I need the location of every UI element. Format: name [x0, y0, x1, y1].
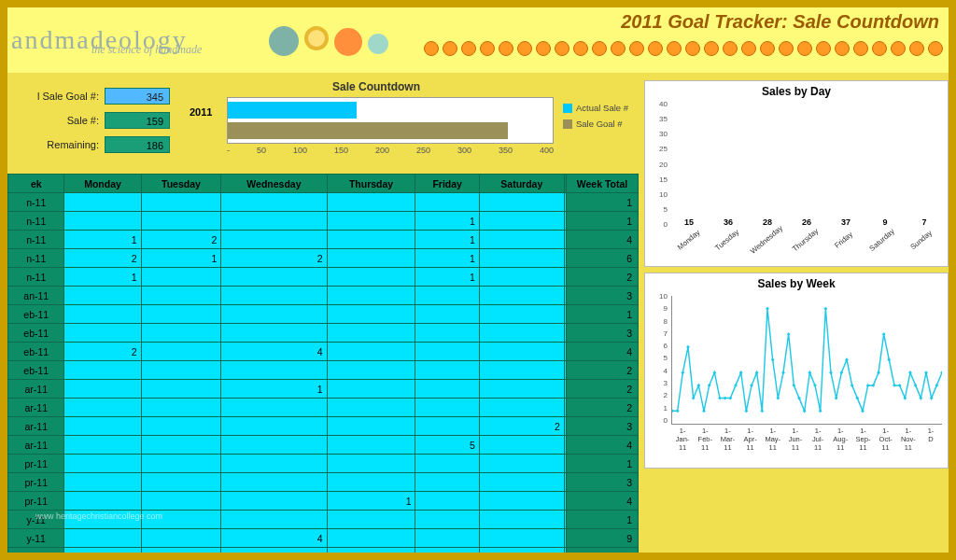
data-cell[interactable] — [327, 305, 415, 324]
data-cell[interactable] — [221, 548, 327, 553]
data-cell[interactable] — [221, 324, 327, 343]
data-cell[interactable] — [415, 343, 479, 361]
data-cell[interactable] — [221, 361, 327, 380]
data-cell[interactable]: 2 — [64, 343, 141, 361]
data-cell[interactable] — [327, 193, 415, 212]
data-cell[interactable] — [141, 268, 221, 287]
data-cell[interactable]: 1 — [221, 380, 327, 399]
data-cell[interactable]: 4 — [221, 343, 327, 361]
data-cell[interactable] — [479, 343, 564, 361]
data-cell[interactable] — [64, 287, 141, 305]
data-cell[interactable] — [415, 287, 479, 305]
data-cell[interactable] — [327, 287, 415, 305]
data-cell[interactable] — [64, 380, 141, 399]
data-cell[interactable] — [327, 212, 415, 231]
data-cell[interactable] — [415, 417, 479, 436]
data-cell[interactable]: 1 — [415, 212, 479, 231]
data-cell[interactable]: 2 — [221, 249, 327, 268]
data-cell[interactable] — [415, 361, 479, 380]
data-cell[interactable] — [64, 548, 141, 553]
data-cell[interactable] — [479, 548, 564, 553]
data-cell[interactable] — [141, 343, 221, 361]
data-cell[interactable] — [141, 492, 221, 511]
data-cell[interactable] — [221, 305, 327, 324]
data-cell[interactable] — [415, 399, 479, 417]
data-cell[interactable]: 2 — [479, 417, 564, 436]
data-cell[interactable] — [221, 436, 327, 455]
data-cell[interactable] — [327, 548, 415, 553]
data-cell[interactable]: 1 — [141, 249, 221, 268]
data-cell[interactable] — [415, 511, 479, 529]
data-cell[interactable] — [221, 417, 327, 436]
data-cell[interactable] — [479, 380, 564, 399]
data-cell[interactable] — [141, 436, 221, 455]
data-cell[interactable] — [327, 343, 415, 361]
data-cell[interactable] — [64, 455, 141, 473]
data-cell[interactable] — [479, 324, 564, 343]
data-cell[interactable] — [64, 305, 141, 324]
data-cell[interactable] — [64, 324, 141, 343]
data-cell[interactable]: 4 — [221, 529, 327, 548]
data-cell[interactable] — [141, 455, 221, 473]
data-cell[interactable] — [141, 324, 221, 343]
data-cell[interactable] — [479, 193, 564, 212]
data-cell[interactable]: 1 — [415, 249, 479, 268]
data-cell[interactable] — [221, 492, 327, 511]
data-cell[interactable] — [141, 473, 221, 492]
data-cell[interactable] — [327, 473, 415, 492]
data-cell[interactable] — [327, 380, 415, 399]
data-cell[interactable] — [327, 324, 415, 343]
data-cell[interactable] — [479, 436, 564, 455]
data-cell[interactable] — [64, 529, 141, 548]
data-cell[interactable] — [479, 268, 564, 287]
data-cell[interactable] — [327, 436, 415, 455]
data-cell[interactable] — [479, 249, 564, 268]
data-cell[interactable] — [415, 492, 479, 511]
data-cell[interactable] — [479, 473, 564, 492]
data-cell[interactable] — [415, 473, 479, 492]
data-cell[interactable] — [415, 529, 479, 548]
data-cell[interactable] — [141, 399, 221, 417]
data-cell[interactable] — [479, 305, 564, 324]
data-cell[interactable] — [64, 417, 141, 436]
data-cell[interactable] — [141, 287, 221, 305]
data-cell[interactable] — [327, 529, 415, 548]
data-cell[interactable]: 1 — [327, 492, 415, 511]
data-cell[interactable] — [327, 231, 415, 249]
data-cell[interactable] — [327, 268, 415, 287]
data-cell[interactable] — [479, 287, 564, 305]
data-cell[interactable] — [479, 399, 564, 417]
sales-table[interactable]: ekMondayTuesdayWednesdayThursdayFridaySa… — [7, 174, 639, 553]
data-cell[interactable] — [64, 436, 141, 455]
data-cell[interactable] — [141, 361, 221, 380]
data-cell[interactable] — [327, 361, 415, 380]
data-cell[interactable] — [479, 361, 564, 380]
data-cell[interactable] — [141, 548, 221, 553]
data-cell[interactable] — [327, 455, 415, 473]
data-cell[interactable] — [64, 361, 141, 380]
data-cell[interactable]: 1 — [64, 231, 141, 249]
data-cell[interactable] — [221, 212, 327, 231]
data-cell[interactable] — [221, 399, 327, 417]
data-cell[interactable] — [327, 511, 415, 529]
data-cell[interactable] — [141, 417, 221, 436]
data-cell[interactable] — [327, 417, 415, 436]
data-cell[interactable] — [479, 511, 564, 529]
data-cell[interactable] — [415, 193, 479, 212]
data-cell[interactable] — [221, 455, 327, 473]
data-cell[interactable]: 1 — [64, 268, 141, 287]
data-cell[interactable] — [415, 324, 479, 343]
data-cell[interactable] — [221, 511, 327, 529]
data-cell[interactable] — [64, 473, 141, 492]
data-cell[interactable]: 5 — [415, 436, 479, 455]
data-cell[interactable] — [221, 268, 327, 287]
data-cell[interactable]: 1 — [415, 231, 479, 249]
data-cell[interactable] — [415, 380, 479, 399]
data-cell[interactable] — [415, 455, 479, 473]
data-cell[interactable] — [327, 249, 415, 268]
data-cell[interactable] — [479, 492, 564, 511]
data-cell[interactable] — [479, 455, 564, 473]
data-cell[interactable] — [64, 193, 141, 212]
data-cell[interactable] — [415, 305, 479, 324]
data-cell[interactable] — [141, 305, 221, 324]
